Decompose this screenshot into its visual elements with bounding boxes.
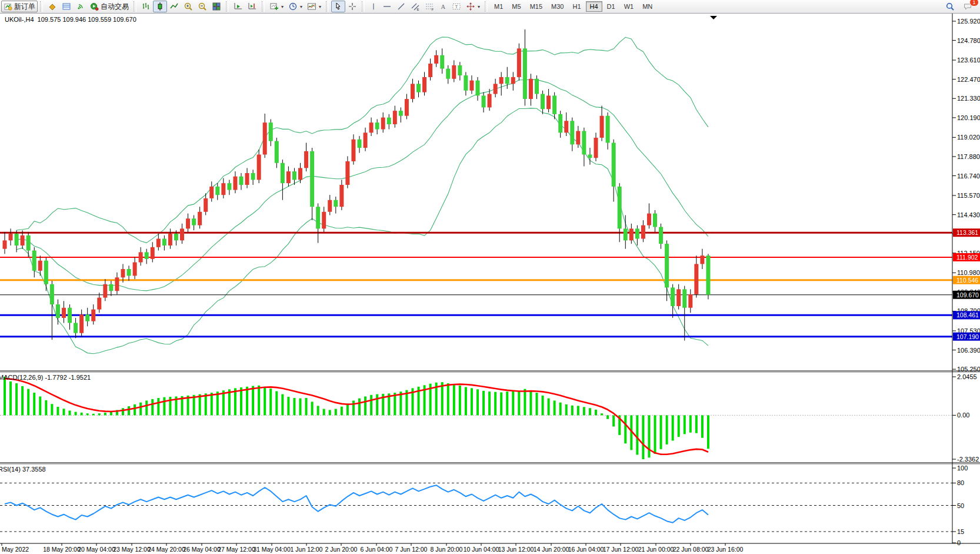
chevron-down-icon: ▾: [300, 4, 302, 9]
tile-windows-button[interactable]: [209, 1, 224, 12]
timeframe-group: M1M5M15M30H1H4D1W1MN: [490, 1, 656, 12]
svg-text:21 Jun 00:00: 21 Jun 00:00: [638, 546, 674, 553]
timeframe-button-M5[interactable]: M5: [508, 1, 525, 12]
timeframe-button-D1[interactable]: D1: [603, 1, 619, 12]
toolbar-separator: [326, 1, 329, 12]
periods-button[interactable]: ▾: [286, 1, 305, 12]
zoom-in-icon: [184, 2, 193, 11]
vertical-line-icon: [369, 2, 378, 11]
svg-text:23 Jun 16:00: 23 Jun 16:00: [708, 546, 744, 553]
bar-chart-icon: [141, 2, 151, 11]
svg-text:119.020: 119.020: [957, 134, 980, 141]
indicators-button[interactable]: ▾: [305, 1, 324, 12]
svg-text:107.190: 107.190: [956, 333, 979, 340]
autotrade-label: 自动交易: [101, 2, 129, 12]
chevron-down-icon: ▾: [319, 4, 321, 9]
chart-shift-marker[interactable]: [710, 16, 717, 19]
equidistant-channel-tool-button[interactable]: E: [408, 1, 422, 12]
trendline-tool-button[interactable]: [394, 1, 408, 12]
market-watch-icon: [48, 2, 57, 11]
svg-text:14 Jun 20:00: 14 Jun 20:00: [534, 546, 569, 553]
level-price-labels: 113.361111.902110.546109.670108.461107.1…: [953, 228, 980, 340]
svg-text:124.780: 124.780: [957, 37, 980, 44]
svg-text:23 May 12:00: 23 May 12:00: [113, 546, 151, 553]
svg-text:109.670: 109.670: [956, 291, 979, 298]
svg-text:80: 80: [957, 479, 964, 486]
time-axis[interactable]: May 202218 May 20:0020 May 04:0023 May 1…: [2, 543, 744, 553]
toolbar-right: 1: [943, 1, 979, 12]
chevron-down-icon: ▾: [281, 4, 284, 9]
candlestick-mode-button[interactable]: [153, 1, 167, 12]
toolbar-separator: [362, 1, 365, 12]
svg-text:125.920: 125.920: [957, 18, 980, 25]
autotrade-button[interactable]: 自动交易: [88, 1, 131, 12]
svg-text:E: E: [417, 8, 419, 11]
svg-text:122.470: 122.470: [957, 76, 980, 83]
market-watch-button[interactable]: [45, 1, 59, 12]
toolbar-separator: [40, 1, 43, 12]
cursor-tool-button[interactable]: [331, 1, 345, 12]
toolbar-separator: [262, 1, 265, 12]
timeframe-button-M30[interactable]: M30: [547, 1, 568, 12]
svg-text:22 Jun 08:00: 22 Jun 08:00: [673, 546, 709, 553]
toolbar-separator: [485, 1, 488, 12]
svg-text:110.980: 110.980: [957, 269, 980, 276]
bar-chart-mode-button[interactable]: [139, 1, 153, 12]
svg-text:120.190: 120.190: [957, 114, 980, 121]
arrows-tool-button[interactable]: ▾: [464, 1, 482, 12]
timeframe-button-H4[interactable]: H4: [586, 1, 602, 12]
timeframe-button-M1[interactable]: M1: [490, 1, 507, 12]
crosshair-tool-button[interactable]: [345, 1, 359, 12]
timeframe-button-M15[interactable]: M15: [526, 1, 546, 12]
zoom-out-button[interactable]: [195, 1, 209, 12]
text-tool-button[interactable]: A: [436, 1, 449, 12]
svg-text:50: 50: [957, 502, 964, 509]
line-chart-mode-button[interactable]: [167, 1, 181, 12]
timeframe-button-W1[interactable]: W1: [620, 1, 638, 12]
macd-histogram: [4, 377, 709, 459]
new-chart-button[interactable]: ▾: [267, 1, 286, 12]
auto-scroll-icon: [234, 2, 243, 11]
new-chart-icon: [269, 2, 279, 11]
new-order-button[interactable]: 新订单: [1, 1, 38, 12]
autotrade-icon: [90, 2, 99, 11]
fibonacci-icon: F: [425, 2, 434, 11]
signal-button[interactable]: [74, 1, 88, 12]
clock-icon: [288, 2, 298, 11]
chart-shift-button[interactable]: [245, 1, 259, 12]
new-order-label: 新订单: [14, 2, 35, 12]
svg-text:8 Jun 20:00: 8 Jun 20:00: [431, 546, 463, 553]
auto-scroll-button[interactable]: [231, 1, 245, 12]
bollinger-bands: [16, 37, 708, 354]
horizontal-line-tool-button[interactable]: [380, 1, 394, 12]
zoom-in-button[interactable]: [181, 1, 195, 12]
svg-text:110.546: 110.546: [956, 277, 978, 284]
text-label-tool-button[interactable]: T: [449, 1, 464, 12]
chart-shift-icon: [248, 2, 257, 11]
arrows-icon: [466, 2, 475, 11]
toolbar-separator: [226, 1, 229, 12]
data-window-button[interactable]: [59, 1, 74, 12]
timeframe-button-H1[interactable]: H1: [568, 1, 585, 12]
svg-text:26 May 04:00: 26 May 04:00: [183, 546, 221, 553]
svg-text:31 May 04:00: 31 May 04:00: [253, 546, 291, 553]
timeframe-button-MN[interactable]: MN: [638, 1, 656, 12]
svg-text:2 Jun 20:00: 2 Jun 20:00: [325, 546, 358, 553]
vertical-line-tool-button[interactable]: [367, 1, 380, 12]
fibonacci-tool-button[interactable]: F: [422, 1, 436, 12]
svg-text:105.250: 105.250: [957, 366, 980, 373]
svg-text:6 Jun 04:00: 6 Jun 04:00: [361, 546, 393, 553]
trendline-icon: [396, 2, 406, 11]
line-chart-icon: [169, 2, 179, 11]
text-icon: A: [439, 2, 447, 11]
search-button[interactable]: [943, 1, 957, 12]
chart-canvas[interactable]: 125.920124.780123.610122.470121.330120.1…: [0, 0, 980, 554]
notification-badge: 1: [969, 0, 979, 6]
rsi-indicator-label: RSI(14) 37.3558: [0, 466, 46, 473]
svg-text:F: F: [432, 8, 434, 11]
svg-text:18 May 20:00: 18 May 20:00: [43, 546, 81, 553]
svg-text:0.00: 0.00: [957, 412, 969, 419]
svg-text:A: A: [441, 4, 446, 10]
svg-text:108.461: 108.461: [956, 311, 979, 319]
notifications-button[interactable]: 1: [961, 1, 975, 12]
